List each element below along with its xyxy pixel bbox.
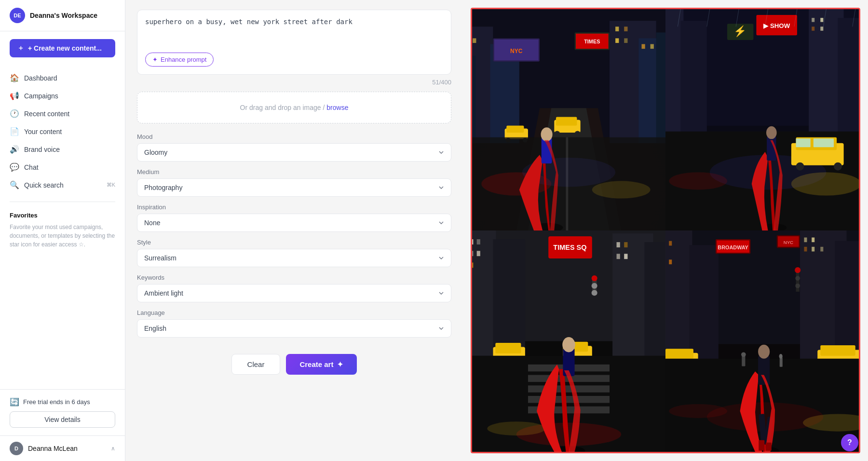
svg-point-153 [795,276,800,281]
create-art-button[interactable]: Create art ✦ [286,354,357,375]
inspiration-select[interactable]: NoneCinematicAbstractMinimalist [137,214,451,232]
sidebar-item-campaigns[interactable]: 📢 Campaigns [0,87,125,105]
generated-image-1[interactable]: NYC TIMES [472,9,665,230]
svg-point-165 [741,352,746,357]
create-new-content-button[interactable]: ＋ + Create new content... [10,39,115,57]
sidebar-item-label: Campaigns [24,92,58,100]
sidebar-item-label: Recent content [24,110,69,118]
image-panel: NYC TIMES [463,0,868,461]
search-icon: 🔍 [10,180,19,190]
generated-image-2[interactable]: ▶ SHOW ⚡ [665,9,859,230]
svg-text:⚡: ⚡ [733,25,747,38]
svg-rect-176 [759,440,764,451]
svg-text:TIMES: TIMES [584,39,600,44]
sidebar-item-your-content[interactable]: 📄 Your content [0,122,125,140]
svg-rect-85 [472,230,496,359]
keywords-select[interactable]: Ambient lightNeon lightsGolden hourBokeh… [137,284,451,302]
svg-rect-58 [820,27,823,30]
prompt-footer: ✦ Enhance prompt [145,53,443,67]
svg-point-30 [554,131,560,136]
drop-text: Or drag and drop an image / [240,104,327,111]
svg-point-175 [758,345,770,359]
svg-rect-7 [473,38,476,43]
main-area: superhero on a busy, wet new york street… [125,0,868,461]
svg-point-66 [669,172,727,190]
clear-button[interactable]: Clear [231,354,281,375]
sidebar-item-label: Your content [24,128,62,136]
sidebar-item-label: Brand voice [24,146,60,153]
enhance-prompt-button[interactable]: ✦ Enhance prompt [145,53,214,67]
svg-rect-88 [472,239,473,244]
svg-rect-55 [812,18,814,22]
sidebar-item-dashboard[interactable]: 🏠 Dashboard [0,69,125,87]
language-select[interactable]: EnglishSpanishFrenchGermanItalian [137,319,451,338]
svg-point-70 [834,163,842,171]
favorites-section: Favorites Favorite your most used campai… [0,206,125,255]
prompt-textarea[interactable]: superhero on a busy, wet new york street… [145,18,443,47]
plus-icon: ＋ [17,44,24,53]
svg-rect-54 [838,18,859,149]
svg-rect-133 [669,241,672,246]
svg-rect-40 [566,137,568,230]
svg-rect-71 [796,138,811,147]
user-row: D Deanna McLean ∧ [0,435,125,461]
svg-rect-17 [624,38,627,43]
sidebar: DE Deanna's Workspace ＋ + Create new con… [0,0,125,461]
chevron-up-icon: ∧ [111,445,115,452]
svg-text:▶ SHOW: ▶ SHOW [763,22,790,29]
mood-select[interactable]: GloomyHappyDramaticPeacefulTense [137,143,451,162]
dashboard-icon: 🏠 [10,73,19,82]
sidebar-item-brand-voice[interactable]: 🔊 Brand voice [0,140,125,158]
svg-rect-164 [742,356,745,366]
svg-rect-56 [820,18,823,22]
sidebar-item-label: Dashboard [24,74,57,82]
svg-rect-96 [645,242,665,359]
svg-rect-94 [472,262,473,268]
create-button-label: + Create new content... [28,44,102,52]
sidebar-header: DE Deanna's Workspace [0,0,125,31]
svg-rect-130 [690,245,719,362]
campaigns-icon: 📢 [10,91,19,100]
style-select[interactable]: SurrealismRealismImpressionismPop ArtCub… [137,249,451,267]
svg-rect-19 [651,44,654,49]
sidebar-item-chat[interactable]: 💬 Chat [0,158,125,176]
svg-rect-29 [556,117,577,125]
svg-rect-91 [472,251,473,256]
trial-icon: 🔄 [10,397,19,407]
mood-group: Mood GloomyHappyDramaticPeacefulTense [137,133,451,162]
svg-rect-109 [495,343,521,353]
browse-link[interactable]: browse [326,104,348,111]
svg-rect-14 [615,27,619,31]
svg-rect-99 [624,242,627,247]
create-art-label: Create art [299,360,333,368]
keywords-label: Keywords [137,274,451,281]
svg-rect-144 [820,247,823,252]
sidebar-item-quick-search[interactable]: 🔍 Quick search ⌘K [0,176,125,194]
svg-rect-89 [477,239,480,244]
svg-rect-13 [656,32,665,143]
char-count: 51/400 [137,79,451,86]
nav-divider [10,202,115,202]
trial-text: Free trial ends in 6 days [23,398,90,406]
help-button[interactable]: ? [841,434,858,451]
medium-select[interactable]: PhotographyDigital ArtOil PaintingWaterc… [137,178,451,197]
svg-point-154 [795,284,800,288]
svg-rect-166 [780,357,783,366]
svg-rect-156 [665,349,693,359]
sidebar-item-recent-content[interactable]: 🕐 Recent content [0,105,125,122]
svg-rect-143 [812,247,814,252]
svg-point-38 [592,181,651,198]
svg-text:BROADWAY: BROADWAY [718,244,748,250]
svg-point-69 [796,163,804,171]
sidebar-footer: 🔄 Free trial ends in 6 days View details [0,389,125,435]
generated-image-3[interactable]: TIMES SQ [472,230,665,452]
svg-point-65 [791,172,859,195]
svg-rect-137 [669,259,672,264]
brand-voice-icon: 🔊 [10,145,19,154]
drop-area[interactable]: Or drag and drop an image / browse [137,92,451,123]
generated-image-4[interactable]: BROADWAY NYC [665,230,859,452]
svg-rect-47 [680,21,706,143]
svg-point-43 [541,127,553,141]
view-details-button[interactable]: View details [10,411,115,428]
svg-text:NYC: NYC [784,240,793,245]
